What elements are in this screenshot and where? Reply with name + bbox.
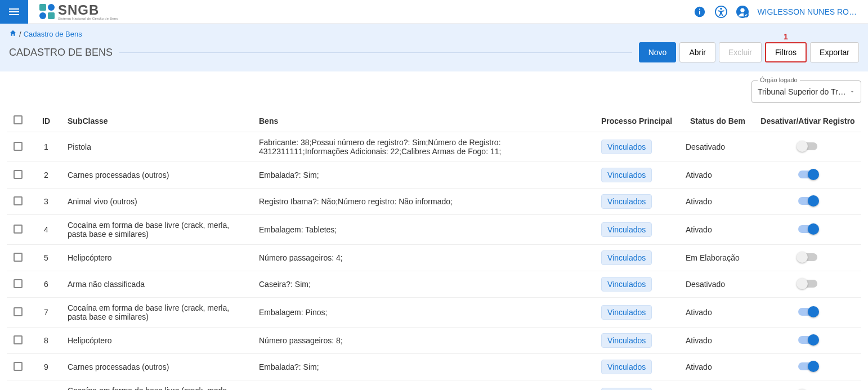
- col-toggle: Desativar/Ativar Registro: [754, 110, 861, 132]
- table-row: 1PistolaFabricante: 38;Possui número de …: [7, 132, 861, 162]
- cell-id: 8: [29, 328, 63, 354]
- cell-status: Ativado: [681, 328, 754, 354]
- cell-status: Ativado: [681, 162, 754, 189]
- breadcrumb-current[interactable]: Cadastro de Bens: [24, 30, 82, 38]
- row-checkbox[interactable]: [14, 279, 23, 288]
- cell-bens: Embalagem: Pinos;: [254, 380, 597, 391]
- cell-id: 1: [29, 132, 63, 162]
- cell-bens: Embalagem: Tabletes;: [254, 215, 597, 245]
- col-id: ID: [29, 110, 63, 132]
- cell-status: Em Elaboração: [681, 380, 754, 391]
- menu-button[interactable]: [0, 0, 28, 24]
- active-toggle[interactable]: [798, 362, 817, 370]
- app-name: SNGB: [58, 3, 118, 17]
- row-checkbox[interactable]: [14, 196, 23, 205]
- vinculados-chip[interactable]: Vinculados: [601, 250, 652, 265]
- user-avatar-button[interactable]: [736, 5, 749, 19]
- vinculados-chip[interactable]: Vinculados: [601, 388, 652, 390]
- cell-bens: Embalada?: Sim;: [254, 162, 597, 189]
- table-row: 6Arma não classificadaCaseira?: Sim;Vinc…: [7, 271, 861, 298]
- svg-point-6: [741, 8, 745, 12]
- cell-subclasse: Helipcóptero: [63, 245, 254, 271]
- row-checkbox[interactable]: [14, 362, 23, 371]
- select-all-checkbox[interactable]: [14, 115, 23, 124]
- abrir-button[interactable]: Abrir: [679, 42, 715, 62]
- active-toggle[interactable]: [798, 142, 817, 150]
- col-bens: Bens: [254, 110, 597, 132]
- cell-subclasse: Cocaína em forma de base livre (crack, m…: [63, 298, 254, 328]
- active-toggle[interactable]: [798, 280, 817, 288]
- cell-status: Desativado: [681, 271, 754, 298]
- svg-rect-2: [699, 8, 700, 10]
- active-toggle[interactable]: [798, 225, 817, 233]
- username-label[interactable]: WIGLESSON NUNES RO…: [757, 7, 857, 16]
- active-toggle[interactable]: [798, 336, 817, 344]
- cell-subclasse: Cocaína em forma de base livre (crack, m…: [63, 380, 254, 391]
- active-toggle[interactable]: [798, 197, 817, 205]
- cell-subclasse: Cocaína em forma de base livre (crack, m…: [63, 215, 254, 245]
- orgao-logado-label: Órgão logado: [758, 77, 800, 83]
- orgao-logado-value: Tribunal Superior do Tra…: [758, 87, 846, 96]
- table-row: 2Carnes processadas (outros)Embalada?: S…: [7, 162, 861, 189]
- row-checkbox[interactable]: [14, 142, 23, 151]
- cell-id: 5: [29, 245, 63, 271]
- table-row: 7Cocaína em forma de base livre (crack, …: [7, 298, 861, 328]
- breadcrumb-home[interactable]: [9, 29, 17, 39]
- cell-status: Desativado: [681, 132, 754, 162]
- cell-status: Ativado: [681, 354, 754, 380]
- vinculados-chip[interactable]: Vinculados: [601, 194, 652, 209]
- vinculados-chip[interactable]: Vinculados: [601, 277, 652, 292]
- cell-bens: Caseira?: Sim;: [254, 271, 597, 298]
- table-row: 9Carnes processadas (outros)Embalada?: S…: [7, 354, 861, 380]
- cell-status: Ativado: [681, 189, 754, 215]
- svg-point-4: [721, 7, 723, 10]
- active-toggle[interactable]: [798, 253, 817, 261]
- info-icon: [693, 6, 706, 18]
- table-row: 3Animal vivo (outros)Registro Ibama?: Nã…: [7, 189, 861, 215]
- vinculados-chip[interactable]: Vinculados: [601, 360, 652, 374]
- info-button[interactable]: [693, 5, 706, 19]
- table-row: 5HelipcópteroNúmero passageiros: 4;Vincu…: [7, 245, 861, 271]
- cell-id: 3: [29, 189, 63, 215]
- cell-bens: Embalada?: Sim;: [254, 354, 597, 380]
- bens-table: ID SubClasse Bens Processo Principal Sta…: [7, 110, 861, 390]
- vinculados-chip[interactable]: Vinculados: [601, 140, 652, 154]
- cell-id: 6: [29, 271, 63, 298]
- vinculados-chip[interactable]: Vinculados: [601, 333, 652, 348]
- vinculados-chip[interactable]: Vinculados: [601, 222, 652, 237]
- row-checkbox[interactable]: [14, 253, 23, 262]
- vinculados-chip[interactable]: Vinculados: [601, 305, 652, 320]
- col-processo: Processo Principal: [597, 110, 681, 132]
- exportar-button[interactable]: Exportar: [810, 42, 859, 62]
- cell-status: Em Elaboração: [681, 245, 754, 271]
- filtros-button[interactable]: Filtros: [765, 42, 807, 62]
- active-toggle[interactable]: [798, 171, 817, 178]
- page-title: CADASTRO DE BENS: [9, 47, 113, 59]
- row-checkbox[interactable]: [14, 307, 23, 316]
- cell-subclasse: Carnes processadas (outros): [63, 162, 254, 189]
- cell-subclasse: Carnes processadas (outros): [63, 354, 254, 380]
- row-checkbox[interactable]: [14, 170, 23, 179]
- svg-rect-1: [699, 11, 700, 14]
- row-checkbox[interactable]: [14, 335, 23, 344]
- table-row: 11Cocaína em forma de base livre (crack,…: [7, 380, 861, 391]
- cell-bens: Embalagem: Pinos;: [254, 298, 597, 328]
- cell-subclasse: Animal vivo (outros): [63, 189, 254, 215]
- annotation-label: 1: [784, 32, 788, 41]
- accessibility-icon: [715, 6, 727, 18]
- col-subclasse: SubClasse: [63, 110, 254, 132]
- orgao-logado-select[interactable]: Órgão logado Tribunal Superior do Tra…: [751, 80, 861, 103]
- cell-bens: Fabricante: 38;Possui número de registro…: [254, 132, 597, 162]
- active-toggle[interactable]: [798, 308, 817, 316]
- excluir-button: Excluir: [719, 42, 762, 62]
- vinculados-chip[interactable]: Vinculados: [601, 168, 652, 182]
- cell-bens: Número passageiros: 4;: [254, 245, 597, 271]
- row-checkbox[interactable]: [14, 225, 23, 234]
- cell-bens: Número passageiros: 8;: [254, 328, 597, 354]
- cell-id: 4: [29, 215, 63, 245]
- divider: [119, 52, 632, 53]
- accessibility-button[interactable]: [714, 5, 728, 19]
- menu-icon: [7, 5, 21, 19]
- novo-button[interactable]: Novo: [639, 42, 677, 62]
- home-icon: [9, 29, 17, 37]
